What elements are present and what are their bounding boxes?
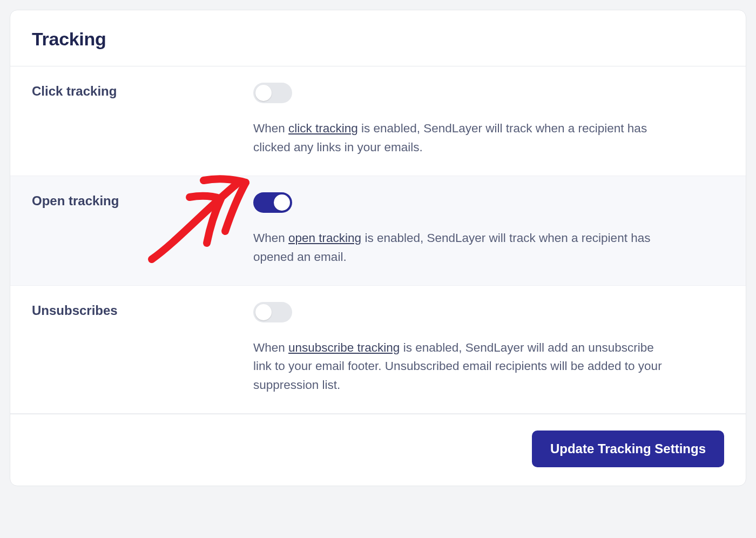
toggle-open-tracking[interactable] [253, 192, 292, 213]
setting-body-unsubscribes: When unsubscribe tracking is enabled, Se… [253, 302, 724, 395]
card-footer: Update Tracking Settings [10, 414, 746, 486]
setting-label-unsubscribes: Unsubscribes [32, 302, 253, 395]
toggle-knob [255, 304, 272, 320]
link-unsubscribe-tracking[interactable]: unsubscribe tracking [288, 341, 400, 354]
setting-desc-unsubscribes: When unsubscribe tracking is enabled, Se… [253, 339, 664, 395]
setting-row-click-tracking: Click tracking When click tracking is en… [10, 66, 746, 176]
setting-row-unsubscribes: Unsubscribes When unsubscribe tracking i… [10, 286, 746, 414]
setting-body-open-tracking: When open tracking is enabled, SendLayer… [253, 192, 724, 267]
setting-desc-click-tracking: When click tracking is enabled, SendLaye… [253, 119, 664, 157]
setting-desc-open-tracking: When open tracking is enabled, SendLayer… [253, 229, 664, 267]
setting-label-click-tracking: Click tracking [32, 83, 253, 157]
card-header: Tracking [10, 10, 746, 66]
link-click-tracking[interactable]: click tracking [288, 122, 358, 135]
toggle-unsubscribes[interactable] [253, 302, 292, 322]
card-title: Tracking [32, 29, 724, 50]
setting-row-open-tracking: Open tracking When open tracking is enab… [10, 176, 746, 286]
setting-label-open-tracking: Open tracking [32, 192, 253, 267]
update-tracking-settings-button[interactable]: Update Tracking Settings [532, 431, 724, 467]
toggle-knob [255, 85, 272, 101]
link-open-tracking[interactable]: open tracking [288, 231, 361, 245]
tracking-card: Tracking Click tracking When click track… [10, 10, 746, 486]
toggle-knob [274, 194, 290, 211]
toggle-click-tracking[interactable] [253, 83, 292, 103]
setting-body-click-tracking: When click tracking is enabled, SendLaye… [253, 83, 724, 157]
